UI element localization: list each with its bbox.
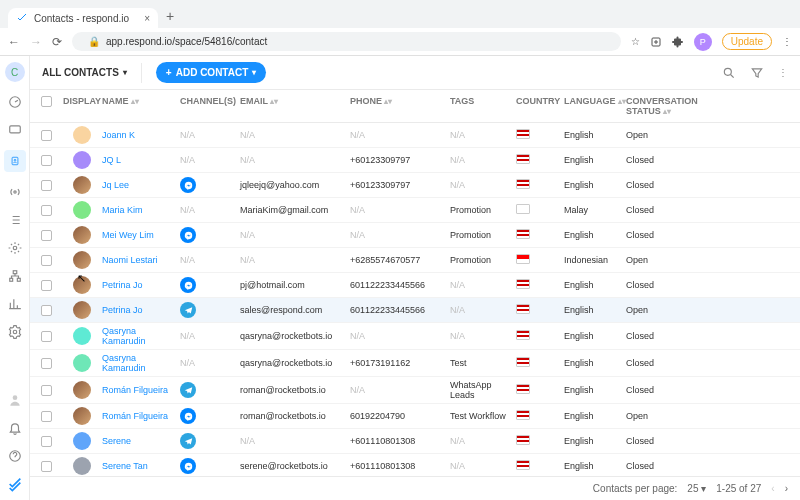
search-icon[interactable] <box>722 66 736 80</box>
table-row[interactable]: Petrina Jopj@hotmail.com601122233445566N… <box>30 273 800 298</box>
contact-name[interactable]: Serene Tan <box>102 461 148 471</box>
language: English <box>564 155 594 165</box>
row-checkbox[interactable] <box>41 205 52 216</box>
language: English <box>564 331 594 341</box>
share-icon[interactable] <box>650 36 662 48</box>
table-row[interactable]: Serene Tanserene@rocketbots.io+601110801… <box>30 454 800 476</box>
broadcast-icon[interactable] <box>7 184 23 200</box>
svg-point-4 <box>14 159 16 161</box>
contact-name[interactable]: JQ L <box>102 155 121 165</box>
filter-dropdown[interactable]: ALL CONTACTS ▾ <box>42 67 127 78</box>
workflow-icon[interactable] <box>7 240 23 256</box>
col-channels[interactable]: CHANNEL(S) <box>180 96 240 116</box>
row-checkbox[interactable] <box>41 411 52 422</box>
table-row[interactable]: Maria KimN/AMariaKim@gmail.comN/APromoti… <box>30 198 800 223</box>
contact-name[interactable]: Naomi Lestari <box>102 255 158 265</box>
table-row[interactable]: Román Filgueiraroman@rocketbots.io601922… <box>30 404 800 429</box>
row-checkbox[interactable] <box>41 436 52 447</box>
table-row[interactable]: Román Filgueiraroman@rocketbots.ioN/AWha… <box>30 377 800 404</box>
profile-avatar[interactable]: P <box>694 33 712 51</box>
language: English <box>564 305 594 315</box>
svg-point-6 <box>13 246 17 250</box>
table-row[interactable]: SereneN/A+601110801308N/AEnglishClosed <box>30 429 800 454</box>
contact-name[interactable]: Joann K <box>102 130 135 140</box>
row-checkbox[interactable] <box>41 331 52 342</box>
workspace-badge[interactable]: C <box>5 62 25 82</box>
row-checkbox[interactable] <box>41 130 52 141</box>
phone: +60123309797 <box>350 180 410 190</box>
page-size-select[interactable]: 25 ▾ <box>687 483 706 494</box>
contact-name[interactable]: Serene <box>102 436 131 446</box>
close-icon[interactable]: × <box>144 13 150 24</box>
table-row[interactable]: Mei Wey LimN/AN/APromotionEnglishClosed <box>30 223 800 248</box>
address-bar[interactable]: 🔒 app.respond.io/space/54816/contact <box>72 32 621 51</box>
contact-name[interactable]: Qasryna Kamarudin <box>102 326 146 346</box>
bookmark-icon[interactable]: ☆ <box>631 36 640 47</box>
contact-name[interactable]: Román Filgueira <box>102 385 168 395</box>
filter-icon[interactable] <box>750 66 764 80</box>
table-row[interactable]: Joann KN/AN/AN/AN/AEnglishOpen <box>30 123 800 148</box>
col-language[interactable]: LANGUAGE▴▾ <box>564 96 626 116</box>
col-status[interactable]: CONVERSATION STATUS▴▾ <box>626 96 720 116</box>
language: English <box>564 280 594 290</box>
contact-name[interactable]: Qasryna Kamarudin <box>102 353 146 373</box>
prev-page-button[interactable]: ‹ <box>771 483 774 494</box>
contact-name[interactable]: Petrina Jo <box>102 280 143 290</box>
sort-icon: ▴▾ <box>270 97 278 106</box>
row-checkbox[interactable] <box>41 385 52 396</box>
messages-icon[interactable] <box>7 122 23 138</box>
row-checkbox[interactable] <box>41 155 52 166</box>
na-text: N/A <box>240 436 255 446</box>
new-tab-button[interactable]: + <box>158 4 182 28</box>
col-phone[interactable]: PHONE▴▾ <box>350 96 450 116</box>
reports-icon[interactable] <box>7 296 23 312</box>
language: English <box>564 436 594 446</box>
row-checkbox[interactable] <box>41 358 52 369</box>
row-checkbox[interactable] <box>41 180 52 191</box>
org-icon[interactable] <box>7 268 23 284</box>
settings-icon[interactable] <box>7 324 23 340</box>
col-name[interactable]: NAME▴▾ <box>102 96 180 116</box>
table-row[interactable]: Qasryna KamarudinN/Aqasryna@rocketbots.i… <box>30 350 800 377</box>
menu-icon[interactable]: ⋮ <box>782 36 792 47</box>
list-icon[interactable] <box>7 212 23 228</box>
table-row[interactable]: Qasryna KamarudinN/Aqasryna@rocketbots.i… <box>30 323 800 350</box>
contact-name[interactable]: Román Filgueira <box>102 411 168 421</box>
reload-button[interactable]: ⟳ <box>52 35 62 49</box>
add-contact-button[interactable]: + ADD CONTACT ▾ <box>156 62 266 83</box>
contact-name[interactable]: Jq Lee <box>102 180 129 190</box>
table-row[interactable]: Petrina Josales@respond.com6011222334455… <box>30 298 800 323</box>
next-page-button[interactable]: › <box>785 483 788 494</box>
select-all-checkbox[interactable] <box>41 96 52 107</box>
na-text: N/A <box>450 331 465 341</box>
row-checkbox[interactable] <box>41 305 52 316</box>
col-tags[interactable]: TAGS <box>450 96 516 116</box>
flag-icon <box>516 304 530 314</box>
col-country[interactable]: COUNTRY <box>516 96 564 116</box>
table-row[interactable]: Naomi LestariN/AN/A+6285574670577Promoti… <box>30 248 800 273</box>
notifications-icon[interactable] <box>7 420 23 436</box>
status: Open <box>626 255 648 265</box>
more-icon[interactable]: ⋮ <box>778 67 788 78</box>
extensions-icon[interactable] <box>672 36 684 48</box>
contact-name[interactable]: Maria Kim <box>102 205 143 215</box>
back-button[interactable]: ← <box>8 35 20 49</box>
update-button[interactable]: Update <box>722 33 772 50</box>
dashboard-icon[interactable] <box>7 94 23 110</box>
email: serene@rocketbots.io <box>240 461 328 471</box>
table-row[interactable]: JQ LN/AN/A+60123309797N/AEnglishClosed <box>30 148 800 173</box>
row-checkbox[interactable] <box>41 280 52 291</box>
browser-tab[interactable]: Contacts - respond.io × <box>8 8 158 28</box>
col-email[interactable]: EMAIL▴▾ <box>240 96 350 116</box>
table-row[interactable]: Jq Leejqleejq@yahoo.com+60123309797N/AEn… <box>30 173 800 198</box>
contact-name[interactable]: Mei Wey Lim <box>102 230 154 240</box>
row-checkbox[interactable] <box>41 461 52 472</box>
contacts-icon[interactable] <box>4 150 26 172</box>
language: English <box>564 461 594 471</box>
row-checkbox[interactable] <box>41 255 52 266</box>
help-icon[interactable] <box>7 448 23 464</box>
user-icon[interactable] <box>7 392 23 408</box>
contact-name[interactable]: Petrina Jo <box>102 305 143 315</box>
col-display[interactable]: DISPLAY <box>62 96 102 116</box>
row-checkbox[interactable] <box>41 230 52 241</box>
